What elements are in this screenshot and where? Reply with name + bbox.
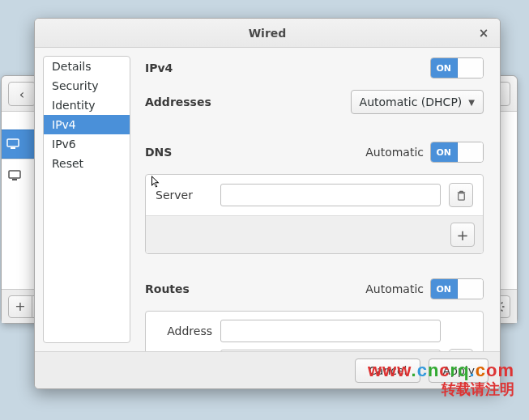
chevron-down-icon: ▼ xyxy=(468,98,475,107)
wired-dialog: Wired × Details Security Identity IPv4 I… xyxy=(34,18,501,389)
routes-automatic-label: Automatic xyxy=(365,282,424,295)
dns-server-remove-button[interactable] xyxy=(449,183,473,207)
sidebar-item-label: IPv4 xyxy=(52,118,76,131)
dialog-sidebar: Details Security Identity IPv4 IPv6 Rese… xyxy=(43,56,130,343)
dns-server-label: Server xyxy=(156,189,212,202)
monitor-icon xyxy=(8,170,21,181)
close-icon: × xyxy=(479,26,489,40)
toggle-on-label: ON xyxy=(431,279,458,299)
svg-rect-0 xyxy=(7,139,19,146)
sidebar-item-reset[interactable]: Reset xyxy=(44,154,130,173)
sidebar-item-label: IPv6 xyxy=(52,138,76,151)
routes-heading: Routes xyxy=(145,282,190,295)
svg-rect-1 xyxy=(11,147,15,149)
cancel-button-label: Cancel xyxy=(369,364,407,377)
svg-rect-2 xyxy=(9,171,20,178)
route-address-label: Address xyxy=(156,325,212,337)
toggle-on-label: ON xyxy=(431,142,458,162)
ipv4-heading: IPv4 xyxy=(145,62,173,74)
dialog-footer: Cancel Apply xyxy=(35,351,500,388)
settings-side-selected[interactable] xyxy=(2,129,34,159)
back-button[interactable]: ‹ xyxy=(8,82,36,106)
dialog-titlebar: Wired × xyxy=(35,19,500,48)
svg-rect-13 xyxy=(458,193,464,199)
sidebar-item-security[interactable]: Security xyxy=(44,76,130,95)
settings-add-button[interactable]: + xyxy=(8,295,32,318)
toggle-knob xyxy=(458,142,484,162)
apply-button[interactable]: Apply xyxy=(429,358,488,383)
sidebar-item-label: Identity xyxy=(52,99,96,112)
dns-box: Server + xyxy=(145,174,484,254)
dns-automatic-toggle[interactable]: ON xyxy=(430,142,484,163)
svg-line-11 xyxy=(501,302,503,303)
route-address-input[interactable] xyxy=(220,320,441,342)
dns-automatic-label: Automatic xyxy=(365,146,424,159)
settings-side-item[interactable] xyxy=(2,159,34,191)
wired-icon xyxy=(6,138,19,150)
plus-icon: + xyxy=(15,299,25,314)
addresses-dropdown-value: Automatic (DHCP) xyxy=(360,95,463,108)
chevron-left-icon: ‹ xyxy=(19,87,24,102)
sidebar-item-ipv4[interactable]: IPv4 xyxy=(44,115,130,134)
routes-automatic-toggle[interactable]: ON xyxy=(430,278,484,299)
dialog-title: Wired xyxy=(249,27,287,40)
cancel-button[interactable]: Cancel xyxy=(355,358,420,383)
plus-icon: + xyxy=(456,227,468,244)
ipv4-toggle[interactable]: ON xyxy=(430,57,484,78)
ipv4-panel: IPv4 ON Addresses Automatic (DHCP) ▼ DNS… xyxy=(130,48,500,351)
svg-rect-3 xyxy=(12,179,17,180)
dns-server-input[interactable] xyxy=(220,184,441,206)
apply-button-label: Apply xyxy=(442,364,475,377)
toggle-knob xyxy=(458,279,484,299)
sidebar-item-details[interactable]: Details xyxy=(44,57,130,76)
sidebar-item-label: Reset xyxy=(52,157,83,170)
toggle-on-label: ON xyxy=(431,58,458,78)
dns-heading: DNS xyxy=(145,146,172,159)
sidebar-item-label: Security xyxy=(52,79,99,92)
dns-add-button[interactable]: + xyxy=(450,223,475,247)
sidebar-item-identity[interactable]: Identity xyxy=(44,95,130,115)
addresses-heading: Addresses xyxy=(145,95,211,108)
addresses-dropdown[interactable]: Automatic (DHCP) ▼ xyxy=(351,90,484,114)
toggle-knob xyxy=(458,58,484,78)
svg-line-10 xyxy=(501,309,503,311)
sidebar-item-label: Details xyxy=(52,60,92,73)
trash-icon xyxy=(455,189,467,202)
sidebar-item-ipv6[interactable]: IPv6 xyxy=(44,134,130,154)
dialog-close-button[interactable]: × xyxy=(476,25,492,41)
routes-box: Address Netmask xyxy=(145,311,484,351)
